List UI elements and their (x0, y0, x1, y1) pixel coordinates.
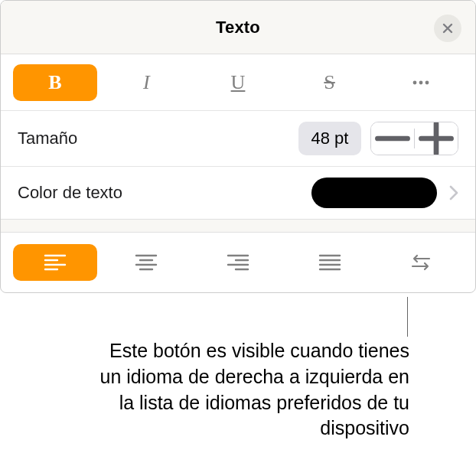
size-increase-button[interactable] (415, 122, 458, 155)
svg-point-2 (425, 80, 429, 84)
svg-point-0 (413, 80, 417, 84)
size-decrease-button[interactable] (371, 122, 414, 155)
underline-icon: U (231, 71, 246, 94)
align-justify-icon (318, 253, 341, 272)
strikethrough-button[interactable]: S (288, 64, 372, 101)
svg-point-1 (419, 80, 423, 84)
align-justify-button[interactable] (288, 244, 372, 281)
callout-text: Este botón es visible cuando tienes un i… (88, 338, 409, 442)
text-color-row[interactable]: Color de texto (1, 167, 475, 219)
close-button[interactable] (434, 15, 461, 42)
bold-button[interactable]: B (13, 64, 97, 101)
align-right-icon (227, 253, 249, 272)
align-left-icon (44, 253, 67, 272)
align-left-button[interactable] (13, 244, 97, 281)
align-right-button[interactable] (196, 244, 280, 281)
bidi-direction-icon (409, 253, 432, 272)
align-center-button[interactable] (105, 244, 189, 281)
text-style-section: B I U S Tamaño 48 pt (1, 54, 475, 219)
align-center-icon (135, 253, 158, 272)
size-row: Tamaño 48 pt (1, 111, 475, 167)
minus-icon (371, 122, 414, 155)
underline-button[interactable]: U (196, 64, 280, 101)
text-style-row: B I U S (1, 54, 475, 111)
close-icon (442, 22, 454, 34)
panel-title: Texto (216, 18, 260, 37)
panel-header: Texto (1, 1, 475, 54)
section-divider (1, 219, 475, 233)
bold-icon: B (48, 71, 61, 94)
callout-leader (407, 297, 408, 337)
more-styles-button[interactable] (379, 64, 463, 101)
strikethrough-icon: S (324, 71, 334, 94)
ellipsis-icon (411, 73, 431, 93)
chevron-right-icon (449, 185, 458, 200)
text-color-swatch (311, 178, 437, 208)
alignment-row (1, 233, 475, 292)
italic-button[interactable]: I (105, 64, 189, 101)
italic-icon: I (143, 71, 150, 94)
text-format-panel: Texto B I U S (0, 0, 476, 293)
text-color-label: Color de texto (18, 183, 311, 203)
size-value[interactable]: 48 pt (298, 122, 361, 155)
plus-icon (415, 122, 458, 155)
text-direction-button[interactable] (379, 244, 463, 281)
size-stepper (370, 122, 458, 155)
size-label: Tamaño (18, 129, 298, 148)
